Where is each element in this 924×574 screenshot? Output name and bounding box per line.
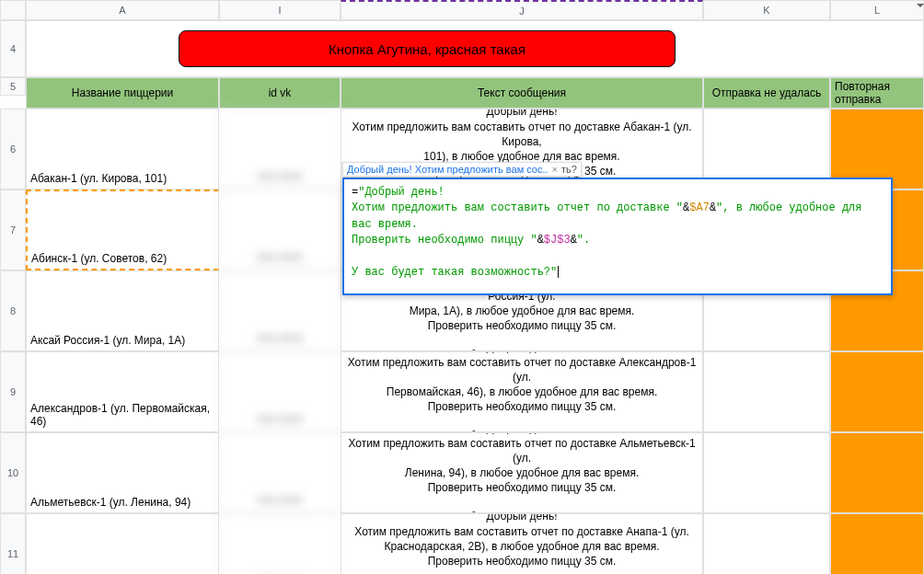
cell-vk-id[interactable]: 000.0000 bbox=[219, 513, 341, 574]
cell-pizzeria-name[interactable]: Аксай Россия-1 (ул. Мира, 1А) bbox=[26, 270, 219, 351]
row-header-5[interactable]: 5 bbox=[0, 77, 26, 96]
spreadsheet[interactable]: A I J K L 4 Кнопка Агутина, красная така… bbox=[0, 0, 924, 574]
cell-pizzeria-name[interactable]: Александров-1 (ул. Первомайская, 46) bbox=[26, 351, 219, 432]
cell-resend[interactable] bbox=[830, 432, 924, 513]
cell-pizzeria-name[interactable]: Абакан-1 (ул. Кирова, 101) bbox=[26, 109, 219, 189]
select-all-corner[interactable] bbox=[0, 0, 26, 20]
close-icon[interactable]: × bbox=[552, 164, 558, 175]
row-header[interactable]: 10 bbox=[0, 432, 26, 513]
row-header[interactable]: 6 bbox=[0, 109, 26, 189]
cell-vk-id[interactable]: 000.0000 bbox=[219, 109, 341, 189]
cell-message-text[interactable]: Добрый день!Хотим предложить вам состави… bbox=[341, 513, 703, 574]
cell-resend[interactable] bbox=[830, 351, 924, 432]
row-header[interactable]: 9 bbox=[0, 351, 26, 432]
subheader-id[interactable]: id vk bbox=[219, 77, 341, 109]
col-header-I[interactable]: I bbox=[219, 0, 341, 20]
cell-pizzeria-name[interactable]: Анапа-1 (ул. Краснодарская, 2В) bbox=[26, 513, 219, 574]
cell-vk-id[interactable]: 000.0000 bbox=[219, 351, 341, 432]
col-header-J[interactable]: J bbox=[341, 0, 703, 20]
cell-resend[interactable] bbox=[830, 513, 924, 574]
row-header[interactable]: 8 bbox=[0, 270, 26, 351]
cell-vk-id[interactable]: 000.0000 bbox=[219, 189, 341, 270]
cell-message-text[interactable]: Добрый день!Хотим предложить вам состави… bbox=[341, 432, 703, 513]
subheader-fail[interactable]: Отправка не удалась bbox=[703, 77, 830, 109]
subheader-name[interactable]: Название пиццерии bbox=[26, 77, 219, 109]
text-caret bbox=[558, 266, 559, 278]
chevron-down-icon bbox=[917, 4, 924, 7]
col-header-A[interactable]: A bbox=[26, 0, 219, 20]
col-header-K[interactable]: K bbox=[703, 0, 830, 20]
row-header[interactable]: 7 bbox=[0, 189, 26, 270]
formula-preview-chip[interactable]: Добрый день! Хотим предложить вам сос.. … bbox=[342, 162, 582, 177]
cell-message-text[interactable]: Добрый день!Хотим предложить вам состави… bbox=[341, 351, 703, 432]
cell-send-failed[interactable] bbox=[703, 432, 830, 513]
col-label: A bbox=[119, 5, 125, 16]
cell-vk-id[interactable]: 000.0000 bbox=[219, 432, 341, 513]
row-header[interactable]: 11 bbox=[0, 513, 26, 574]
subheader-msg[interactable]: Текст сообщения bbox=[341, 77, 703, 109]
cell-vk-id[interactable]: 000.0000 bbox=[219, 270, 341, 351]
row-header-4[interactable]: 4 bbox=[0, 20, 26, 77]
col-header-L[interactable]: L bbox=[830, 0, 924, 20]
cell-send-failed[interactable] bbox=[703, 351, 830, 432]
formula-text[interactable]: ="Добрый день! Хотим предложить вам сост… bbox=[344, 179, 891, 293]
button-label: Кнопка Агутина, красная такая bbox=[329, 41, 526, 57]
cell-pizzeria-name[interactable]: Абинск-1 (ул. Советов, 62) bbox=[26, 189, 219, 270]
subheader-retry[interactable]: Повторная отправка bbox=[830, 77, 924, 109]
formula-preview-rest: ть? bbox=[561, 164, 577, 175]
cell-send-failed[interactable] bbox=[703, 513, 830, 574]
cell-editor[interactable]: ="Добрый день! Хотим предложить вам сост… bbox=[342, 178, 893, 295]
formula-preview-text: Добрый день! Хотим предложить вам сос.. bbox=[347, 164, 549, 175]
cell-pizzeria-name[interactable]: Альметьевск-1 (ул. Ленина, 94) bbox=[26, 432, 219, 513]
agutin-button[interactable]: Кнопка Агутина, красная такая bbox=[179, 30, 676, 67]
